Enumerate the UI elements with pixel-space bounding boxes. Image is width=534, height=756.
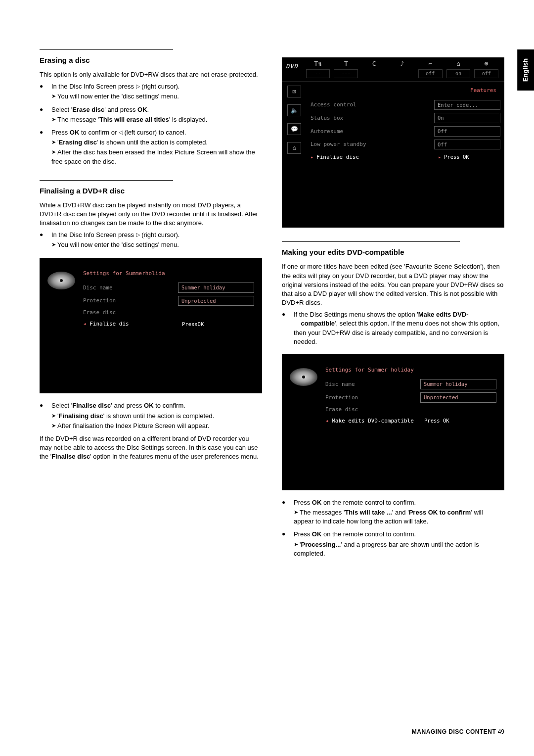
osd-row: Erase disc	[325, 404, 496, 415]
osd-row: AutoresumeOff	[311, 125, 500, 138]
osd-top-cell: ⌂on	[445, 59, 473, 79]
heading-making-edits-compatible: Making your edits DVD-compatible	[282, 241, 460, 257]
disc-icon	[47, 272, 75, 289]
osd-side-icon: ⌂	[287, 142, 301, 154]
osd-row: Low power standbyOff	[311, 138, 500, 151]
osd-top-cell: ⊕off	[472, 59, 500, 79]
disc-icon	[290, 368, 317, 386]
osd-row: Disc nameSummer holiday	[83, 281, 254, 294]
finalise-step-2: Select 'Finalise disc' and press OK to c…	[40, 401, 262, 430]
osd-row: ProtectionUnprotected	[83, 294, 254, 308]
osd-side-icon: 🔈	[287, 104, 301, 116]
compat-intro: If one or more titles have been edited (…	[282, 262, 504, 307]
right-cursor-icon	[136, 83, 140, 90]
left-column: Erasing a disc This option is only aivai…	[40, 49, 262, 562]
osd-row: Finalise disPressOK	[83, 318, 254, 331]
compat-step-2: Press OK on the remote control to confir…	[282, 498, 504, 526]
osd-row: Make edits DVD-compatiblePress OK	[325, 415, 496, 427]
finalising-note: If the DVD+R disc was recorded on a diff…	[40, 434, 262, 462]
compat-step-1: If the Disc Settings menu shows the opti…	[282, 310, 504, 346]
osd-top-cell: ⌐off	[416, 59, 445, 79]
language-tab: English	[517, 49, 534, 91]
erase-step-1: In the Disc Info Screen press (right cur…	[40, 82, 262, 101]
erase-step-3: Press OK to confirm or (left cursor) to …	[40, 128, 262, 166]
osd-top-cell: T---	[332, 59, 360, 79]
osd-row: ProtectionUnprotected	[325, 391, 496, 404]
compat-step-3: Press OK on the remote control to confir…	[282, 530, 504, 558]
osd-row: Erase disc	[83, 307, 254, 318]
heading-erasing-disc: Erasing a disc	[40, 49, 173, 65]
osd-row: Disc nameSummer holiday	[325, 378, 496, 391]
osd-features-label: Features	[311, 85, 500, 98]
left-cursor-icon	[119, 129, 123, 136]
osd-top-cell: ♪	[388, 59, 416, 79]
erasing-intro: This option is only aivailable for DVD+R…	[40, 70, 262, 79]
osd-top-cell: T⇅--	[304, 59, 332, 79]
right-cursor-icon	[136, 231, 140, 238]
osd-b-title: Settings for Summer holiday	[325, 366, 496, 374]
osd-top-cell: C	[360, 59, 388, 79]
finalise-step-1: In the Disc Info Screen press (right cur…	[40, 231, 262, 249]
osd-a-title: Settings for Summerholida	[83, 270, 254, 277]
osd-side-icon: 💬	[287, 123, 301, 135]
osd-row: Status boxOn	[311, 111, 500, 125]
osd-disc-settings-finalise: Settings for Summerholida Disc nameSumme…	[40, 258, 262, 394]
erase-step-2: Select 'Erase disc' and press OK. The me…	[40, 105, 262, 124]
osd-side-icon: ⊡	[287, 86, 301, 97]
right-column: DVD T⇅--T---C♪⌐off⌂on⊕off ⊡🔈💬⌂ Features …	[282, 49, 504, 562]
heading-finalising-dvdr: Finalising a DVD+R disc	[40, 180, 173, 196]
osd-disc-settings-compat: Settings for Summer holiday Disc nameSum…	[282, 354, 504, 490]
dvd-logo: DVD	[286, 59, 303, 79]
page-footer: MANAGING DISC CONTENT 49	[412, 728, 504, 736]
osd-features-menu: DVD T⇅--T---C♪⌐off⌂on⊕off ⊡🔈💬⌂ Features …	[282, 57, 504, 228]
osd-row: Access controlEnter code...	[311, 98, 500, 112]
osd-row: Finalise discPress OK	[311, 151, 500, 163]
finalising-intro: While a DVD+RW disc can be played instan…	[40, 201, 262, 228]
